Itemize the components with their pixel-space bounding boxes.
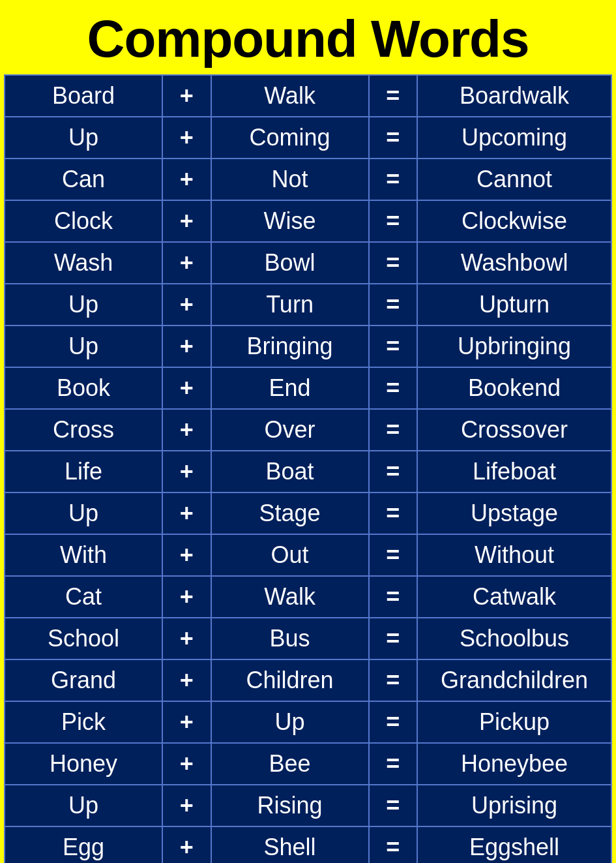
word1-cell: Can (5, 159, 162, 200)
result-cell: Upturn (417, 284, 611, 326)
result-cell: Grandchildren (417, 659, 611, 701)
eq-cell: = (369, 284, 417, 326)
eq-cell: = (369, 743, 417, 785)
word1-cell: Cat (5, 576, 162, 618)
result-cell: Eggshell (417, 826, 611, 863)
word2-cell: Over (211, 409, 369, 451)
eq-cell: = (369, 785, 417, 826)
plus-cell: + (162, 743, 211, 785)
plus-cell: + (162, 409, 211, 451)
plus-cell: + (162, 826, 211, 863)
word1-cell: Board (5, 75, 162, 117)
table-row: Wash+Bowl=Washbowl (5, 242, 611, 284)
word1-cell: Life (5, 451, 162, 492)
table-row: Book+End=Bookend (5, 367, 611, 409)
word2-cell: Bee (211, 743, 369, 785)
word2-cell: Turn (211, 284, 369, 326)
word2-cell: Not (211, 159, 369, 200)
page-title: Compound Words (0, 0, 616, 74)
word1-cell: Book (5, 367, 162, 409)
plus-cell: + (162, 701, 211, 743)
word1-cell: Clock (5, 200, 162, 242)
eq-cell: = (369, 75, 417, 117)
word2-cell: Bus (211, 618, 369, 659)
result-cell: Without (417, 534, 611, 576)
result-cell: Upcoming (417, 117, 611, 159)
result-cell: Upbringing (417, 326, 611, 367)
result-cell: Schoolbus (417, 618, 611, 659)
word1-cell: Honey (5, 743, 162, 785)
word2-cell: Children (211, 659, 369, 701)
table-row: Grand+Children=Grandchildren (5, 659, 611, 701)
word1-cell: Egg (5, 826, 162, 863)
word2-cell: Wise (211, 200, 369, 242)
eq-cell: = (369, 492, 417, 534)
word1-cell: Up (5, 284, 162, 326)
eq-cell: = (369, 200, 417, 242)
result-cell: Boardwalk (417, 75, 611, 117)
word1-cell: Pick (5, 701, 162, 743)
word2-cell: Rising (211, 785, 369, 826)
result-cell: Uprising (417, 785, 611, 826)
result-cell: Bookend (417, 367, 611, 409)
word1-cell: Up (5, 785, 162, 826)
table-row: Up+Coming=Upcoming (5, 117, 611, 159)
table-row: Life+Boat=Lifeboat (5, 451, 611, 492)
plus-cell: + (162, 534, 211, 576)
result-cell: Lifeboat (417, 451, 611, 492)
result-cell: Upstage (417, 492, 611, 534)
word2-cell: Bowl (211, 242, 369, 284)
plus-cell: + (162, 75, 211, 117)
result-cell: Honeybee (417, 743, 611, 785)
eq-cell: = (369, 159, 417, 200)
plus-cell: + (162, 326, 211, 367)
word1-cell: School (5, 618, 162, 659)
table-row: Cross+Over=Crossover (5, 409, 611, 451)
eq-cell: = (369, 576, 417, 618)
table-row: Up+Turn=Upturn (5, 284, 611, 326)
table-row: Up+Bringing=Upbringing (5, 326, 611, 367)
eq-cell: = (369, 367, 417, 409)
table-row: Board+Walk=Boardwalk (5, 75, 611, 117)
eq-cell: = (369, 534, 417, 576)
eq-cell: = (369, 618, 417, 659)
plus-cell: + (162, 367, 211, 409)
eq-cell: = (369, 409, 417, 451)
word1-cell: Up (5, 492, 162, 534)
word1-cell: Cross (5, 409, 162, 451)
word1-cell: Up (5, 117, 162, 159)
table-row: Cat+Walk=Catwalk (5, 576, 611, 618)
eq-cell: = (369, 451, 417, 492)
word2-cell: Out (211, 534, 369, 576)
word2-cell: Coming (211, 117, 369, 159)
word2-cell: Walk (211, 75, 369, 117)
plus-cell: + (162, 242, 211, 284)
word2-cell: Walk (211, 576, 369, 618)
table-row: Up+Rising=Uprising (5, 785, 611, 826)
eq-cell: = (369, 826, 417, 863)
table-row: Egg+Shell=Eggshell (5, 826, 611, 863)
word1-cell: Grand (5, 659, 162, 701)
result-cell: Catwalk (417, 576, 611, 618)
plus-cell: + (162, 659, 211, 701)
table-row: Clock+Wise=Clockwise (5, 200, 611, 242)
word2-cell: Stage (211, 492, 369, 534)
word1-cell: Up (5, 326, 162, 367)
word1-cell: Wash (5, 242, 162, 284)
word1-cell: With (5, 534, 162, 576)
eq-cell: = (369, 659, 417, 701)
result-cell: Cannot (417, 159, 611, 200)
word2-cell: Bringing (211, 326, 369, 367)
table-row: With+Out=Without (5, 534, 611, 576)
plus-cell: + (162, 159, 211, 200)
compound-words-table: Board+Walk=BoardwalkUp+Coming=UpcomingCa… (4, 74, 612, 863)
word2-cell: End (211, 367, 369, 409)
compound-words-table-wrapper: Board+Walk=BoardwalkUp+Coming=UpcomingCa… (0, 74, 616, 863)
plus-cell: + (162, 451, 211, 492)
result-cell: Crossover (417, 409, 611, 451)
table-row: Up+Stage=Upstage (5, 492, 611, 534)
table-row: Pick+Up=Pickup (5, 701, 611, 743)
result-cell: Washbowl (417, 242, 611, 284)
plus-cell: + (162, 200, 211, 242)
table-row: Can+Not=Cannot (5, 159, 611, 200)
